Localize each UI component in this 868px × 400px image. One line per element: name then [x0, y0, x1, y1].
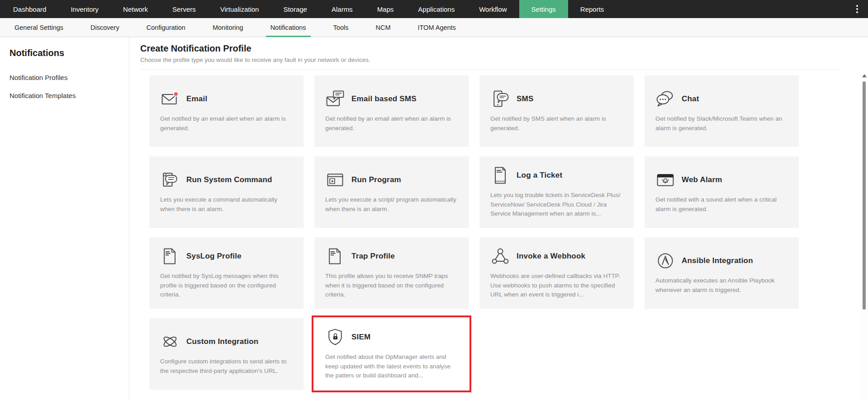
top-nav-item-virtualization[interactable]: Virtualization	[208, 0, 271, 18]
card-description: Get notified by Slack/Microsoft Teams wh…	[655, 114, 788, 133]
card-email[interactable]: Email Get notified by an email alert whe…	[149, 75, 304, 147]
top-nav-item-label: Servers	[172, 5, 196, 13]
sub-nav-item-general-settings[interactable]: General Settings	[1, 18, 77, 37]
sidebar-title: Notifications	[9, 48, 129, 58]
card-title: Chat	[682, 94, 699, 104]
card-title: SysLog Profile	[186, 252, 242, 261]
sidebar-item-notification-profiles[interactable]: Notification Profiles	[9, 74, 129, 81]
top-nav-item-workflow[interactable]: Workflow	[467, 0, 519, 18]
top-nav-item-inventory[interactable]: Inventory	[58, 0, 111, 18]
top-nav-item-label: Virtualization	[220, 5, 259, 13]
card-header: Chat	[655, 89, 788, 109]
card-header: Email	[160, 89, 293, 109]
trap-icon	[325, 246, 345, 266]
sub-nav-item-label: Discovery	[90, 24, 119, 31]
card-header: Ansible Integration	[655, 251, 788, 271]
email-sms-icon	[325, 89, 345, 109]
ansible-icon	[655, 251, 675, 271]
sub-nav-item-label: General Settings	[14, 24, 63, 31]
top-nav-item-alarms[interactable]: Alarms	[319, 0, 365, 18]
card-header: Log a Ticket	[490, 165, 623, 185]
card-header: SysLog Profile	[160, 246, 293, 266]
card-run-program[interactable]: Run Program Lets you execute a script/ p…	[314, 156, 469, 228]
sub-nav-item-notifications[interactable]: Notifications	[257, 18, 320, 37]
card-description: Get notified about the OpManager alerts …	[325, 353, 458, 381]
card-siem[interactable]: SIEM Get notified about the OpManager al…	[314, 318, 469, 390]
card-run-system-command[interactable]: Run System Command Lets you execute a co…	[149, 156, 304, 228]
sub-nav-item-monitoring[interactable]: Monitoring	[199, 18, 257, 37]
top-nav-item-label: Reports	[580, 5, 604, 13]
card-header: SIEM	[325, 327, 458, 347]
card-syslog-profile[interactable]: SysLog Profile Get notified by SysLog me…	[149, 237, 304, 309]
scroll-up-arrow-icon[interactable]	[862, 74, 867, 77]
card-trap-profile[interactable]: Trap Profile This profile allows you to …	[314, 237, 469, 309]
top-nav-item-label: Settings	[531, 5, 556, 13]
card-log-a-ticket[interactable]: Log a Ticket Lets you log trouble ticket…	[479, 156, 634, 228]
card-description: Lets you execute a script/ program autom…	[325, 195, 458, 214]
card-description: Get notified by SMS alert when an alarm …	[490, 114, 623, 133]
top-nav-item-dashboard[interactable]: Dashboard	[1, 0, 58, 18]
card-email-based-sms[interactable]: Email based SMS Get notified by an email…	[314, 75, 469, 147]
card-ansible-integration[interactable]: Ansible Integration Automatically execut…	[645, 237, 799, 309]
top-nav-item-network[interactable]: Network	[111, 0, 160, 18]
scrollbar-thumb[interactable]	[863, 81, 866, 310]
card-web-alarm[interactable]: Web Alarm Get notified with a sound aler…	[645, 156, 799, 228]
top-nav-item-label: Storage	[283, 5, 307, 13]
card-header: Custom Integration	[160, 332, 293, 352]
sub-nav-item-discovery[interactable]: Discovery	[77, 18, 133, 37]
card-title: Run System Command	[186, 175, 272, 184]
card-description: This profile allows you to receive SNMP …	[325, 272, 458, 300]
card-title: SIEM	[351, 333, 370, 342]
card-description: Get notified by SysLog messages when thi…	[160, 272, 293, 300]
sub-nav-item-ncm[interactable]: NCM	[362, 18, 404, 37]
card-description: Get notified by an email alert when an a…	[160, 114, 293, 133]
sms-icon	[490, 89, 510, 109]
email-icon	[160, 89, 180, 109]
card-chat[interactable]: Chat Get notified by Slack/Microsoft Tea…	[645, 75, 799, 147]
sub-nav-item-label: Tools	[333, 24, 349, 31]
settings-sub-nav: General Settings Discovery Configuration…	[0, 18, 868, 37]
card-invoke-a-webhook[interactable]: Invoke a Webhook Webhooks are user-defin…	[479, 237, 634, 309]
card-description: Lets you execute a command automatically…	[160, 195, 293, 214]
top-nav-item-settings[interactable]: Settings	[519, 0, 568, 18]
top-nav-item-reports[interactable]: Reports	[568, 0, 617, 18]
sub-nav-item-tools[interactable]: Tools	[320, 18, 362, 37]
top-nav-item-storage[interactable]: Storage	[271, 0, 319, 18]
sub-nav-item-label: Notifications	[270, 24, 306, 31]
page-title: Create Notification Profile	[140, 43, 842, 54]
siem-icon	[325, 327, 345, 347]
card-title: Log a Ticket	[517, 171, 562, 180]
top-nav-item-applications[interactable]: Applications	[406, 0, 467, 18]
card-description: Get notified by an email alert when an a…	[325, 114, 458, 133]
header-divider	[140, 69, 842, 70]
top-nav-item-label: Inventory	[71, 5, 99, 13]
vertical-scrollbar[interactable]	[861, 72, 868, 400]
card-description: Lets you log trouble tickets in ServiceD…	[490, 191, 623, 219]
card-header: Invoke a Webhook	[490, 246, 623, 266]
card-sms[interactable]: SMS Get notified by SMS alert when an al…	[479, 75, 634, 147]
sub-nav-item-label: ITOM Agents	[418, 24, 456, 31]
card-header: Trap Profile	[325, 246, 458, 266]
card-header: Web Alarm	[655, 170, 788, 190]
card-title: Custom Integration	[186, 337, 258, 346]
card-header: SMS	[490, 89, 623, 109]
top-nav-item-label: Applications	[418, 5, 455, 13]
card-custom-integration[interactable]: Custom Integration Configure custom inte…	[149, 318, 304, 390]
syslog-icon	[160, 246, 180, 266]
card-title: Email based SMS	[351, 94, 417, 104]
sub-nav-item-itom-agents[interactable]: ITOM Agents	[404, 18, 470, 37]
main-content: Create Notification Profile Choose the p…	[129, 37, 868, 400]
log-ticket-icon	[490, 165, 510, 185]
sidebar-item-label: Notification Templates	[9, 92, 76, 99]
sidebar-item-notification-templates[interactable]: Notification Templates	[9, 92, 129, 99]
run-program-icon	[325, 170, 345, 190]
card-description: Configure custom integrations to send al…	[160, 357, 293, 376]
top-nav-item-maps[interactable]: Maps	[365, 0, 406, 18]
content-layout: Notifications Notification Profiles Noti…	[0, 37, 868, 400]
notifications-sidebar: Notifications Notification Profiles Noti…	[0, 37, 129, 400]
top-nav-item-servers[interactable]: Servers	[160, 0, 208, 18]
card-description: Automatically executes an Ansible Playbo…	[655, 276, 788, 295]
sub-nav-item-configuration[interactable]: Configuration	[133, 18, 199, 37]
kebab-menu-icon[interactable]	[853, 0, 862, 18]
card-title: Ansible Integration	[682, 256, 753, 265]
